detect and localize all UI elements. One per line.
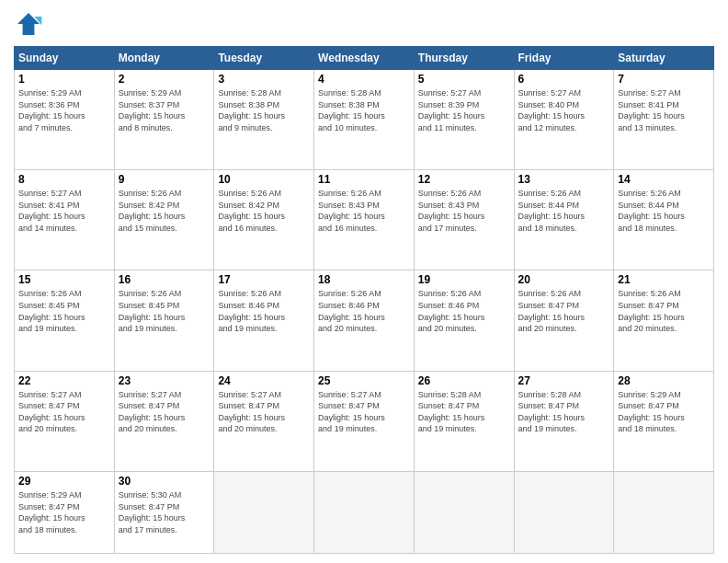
table-row — [414, 471, 514, 553]
table-row — [314, 471, 415, 553]
weekday-header-wednesday: Wednesday — [314, 47, 415, 70]
day-info: Sunrise: 5:30 AMSunset: 8:47 PMDaylight:… — [119, 489, 210, 535]
day-info: Sunrise: 5:26 AMSunset: 8:47 PMDaylight:… — [618, 288, 710, 334]
logo — [14, 9, 47, 39]
table-row: 22Sunrise: 5:27 AMSunset: 8:47 PMDayligh… — [15, 371, 115, 471]
calendar-week-row: 8Sunrise: 5:27 AMSunset: 8:41 PMDaylight… — [15, 170, 714, 270]
table-row: 4Sunrise: 5:28 AMSunset: 8:38 PMDaylight… — [314, 70, 415, 170]
day-info: Sunrise: 5:29 AMSunset: 8:36 PMDaylight:… — [18, 87, 110, 133]
calendar-header: SundayMondayTuesdayWednesdayThursdayFrid… — [15, 47, 714, 70]
day-number: 6 — [518, 73, 610, 86]
day-info: Sunrise: 5:27 AMSunset: 8:47 PMDaylight:… — [318, 389, 410, 435]
table-row: 12Sunrise: 5:26 AMSunset: 8:43 PMDayligh… — [414, 170, 514, 270]
day-number: 5 — [418, 73, 510, 86]
calendar-week-row: 29Sunrise: 5:29 AMSunset: 8:47 PMDayligh… — [15, 471, 714, 553]
table-row: 25Sunrise: 5:27 AMSunset: 8:47 PMDayligh… — [314, 371, 415, 471]
day-number: 15 — [18, 273, 110, 286]
day-number: 28 — [618, 374, 710, 387]
day-number: 9 — [119, 173, 210, 186]
day-info: Sunrise: 5:26 AMSunset: 8:43 PMDaylight:… — [318, 188, 410, 234]
weekday-header-thursday: Thursday — [414, 47, 514, 70]
table-row: 16Sunrise: 5:26 AMSunset: 8:45 PMDayligh… — [114, 270, 214, 371]
table-row: 17Sunrise: 5:26 AMSunset: 8:46 PMDayligh… — [214, 270, 314, 371]
day-number: 30 — [119, 475, 210, 488]
day-info: Sunrise: 5:26 AMSunset: 8:44 PMDaylight:… — [618, 188, 710, 234]
day-info: Sunrise: 5:29 AMSunset: 8:47 PMDaylight:… — [18, 489, 110, 535]
day-info: Sunrise: 5:28 AMSunset: 8:47 PMDaylight:… — [418, 389, 510, 435]
calendar-week-row: 22Sunrise: 5:27 AMSunset: 8:47 PMDayligh… — [15, 371, 714, 471]
table-row: 20Sunrise: 5:26 AMSunset: 8:47 PMDayligh… — [514, 270, 614, 371]
logo-icon — [14, 9, 43, 39]
day-number: 13 — [518, 173, 610, 186]
day-info: Sunrise: 5:28 AMSunset: 8:38 PMDaylight:… — [318, 87, 410, 133]
table-row: 11Sunrise: 5:26 AMSunset: 8:43 PMDayligh… — [314, 170, 415, 270]
table-row: 28Sunrise: 5:29 AMSunset: 8:47 PMDayligh… — [614, 371, 714, 471]
table-row: 15Sunrise: 5:26 AMSunset: 8:45 PMDayligh… — [15, 270, 115, 371]
day-number: 12 — [418, 173, 510, 186]
calendar-body: 1Sunrise: 5:29 AMSunset: 8:36 PMDaylight… — [15, 70, 714, 554]
day-number: 3 — [218, 73, 310, 86]
day-number: 23 — [119, 374, 210, 387]
day-number: 18 — [318, 273, 410, 286]
day-info: Sunrise: 5:27 AMSunset: 8:47 PMDaylight:… — [218, 389, 310, 435]
day-info: Sunrise: 5:27 AMSunset: 8:47 PMDaylight:… — [119, 389, 210, 435]
table-row: 26Sunrise: 5:28 AMSunset: 8:47 PMDayligh… — [414, 371, 514, 471]
table-row: 27Sunrise: 5:28 AMSunset: 8:47 PMDayligh… — [514, 371, 614, 471]
day-info: Sunrise: 5:28 AMSunset: 8:47 PMDaylight:… — [518, 389, 610, 435]
weekday-header-friday: Friday — [514, 47, 614, 70]
table-row: 29Sunrise: 5:29 AMSunset: 8:47 PMDayligh… — [15, 471, 115, 553]
table-row: 30Sunrise: 5:30 AMSunset: 8:47 PMDayligh… — [114, 471, 214, 553]
day-info: Sunrise: 5:26 AMSunset: 8:42 PMDaylight:… — [119, 188, 210, 234]
weekday-header-tuesday: Tuesday — [214, 47, 314, 70]
day-number: 1 — [18, 73, 110, 86]
day-info: Sunrise: 5:26 AMSunset: 8:43 PMDaylight:… — [418, 188, 510, 234]
day-info: Sunrise: 5:26 AMSunset: 8:45 PMDaylight:… — [119, 288, 210, 334]
table-row: 13Sunrise: 5:26 AMSunset: 8:44 PMDayligh… — [514, 170, 614, 270]
table-row: 19Sunrise: 5:26 AMSunset: 8:46 PMDayligh… — [414, 270, 514, 371]
table-row: 2Sunrise: 5:29 AMSunset: 8:37 PMDaylight… — [114, 70, 214, 170]
table-row: 3Sunrise: 5:28 AMSunset: 8:38 PMDaylight… — [214, 70, 314, 170]
day-number: 21 — [618, 273, 710, 286]
day-info: Sunrise: 5:27 AMSunset: 8:41 PMDaylight:… — [618, 87, 710, 133]
page: SundayMondayTuesdayWednesdayThursdayFrid… — [0, 0, 728, 563]
day-info: Sunrise: 5:26 AMSunset: 8:46 PMDaylight:… — [418, 288, 510, 334]
day-number: 7 — [618, 73, 710, 86]
day-info: Sunrise: 5:26 AMSunset: 8:47 PMDaylight:… — [518, 288, 610, 334]
table-row: 6Sunrise: 5:27 AMSunset: 8:40 PMDaylight… — [514, 70, 614, 170]
day-number: 26 — [418, 374, 510, 387]
day-number: 8 — [18, 173, 110, 186]
svg-marker-0 — [17, 13, 40, 35]
weekday-header-row: SundayMondayTuesdayWednesdayThursdayFrid… — [15, 47, 714, 70]
day-info: Sunrise: 5:29 AMSunset: 8:37 PMDaylight:… — [119, 87, 210, 133]
day-number: 10 — [218, 173, 310, 186]
table-row — [214, 471, 314, 553]
table-row — [514, 471, 614, 553]
day-info: Sunrise: 5:26 AMSunset: 8:44 PMDaylight:… — [518, 188, 610, 234]
table-row: 10Sunrise: 5:26 AMSunset: 8:42 PMDayligh… — [214, 170, 314, 270]
header — [14, 9, 714, 39]
day-info: Sunrise: 5:27 AMSunset: 8:39 PMDaylight:… — [418, 87, 510, 133]
calendar-week-row: 1Sunrise: 5:29 AMSunset: 8:36 PMDaylight… — [15, 70, 714, 170]
day-number: 16 — [119, 273, 210, 286]
weekday-header-sunday: Sunday — [15, 47, 115, 70]
table-row: 8Sunrise: 5:27 AMSunset: 8:41 PMDaylight… — [15, 170, 115, 270]
day-info: Sunrise: 5:26 AMSunset: 8:46 PMDaylight:… — [218, 288, 310, 334]
table-row: 14Sunrise: 5:26 AMSunset: 8:44 PMDayligh… — [614, 170, 714, 270]
weekday-header-saturday: Saturday — [614, 47, 714, 70]
table-row: 9Sunrise: 5:26 AMSunset: 8:42 PMDaylight… — [114, 170, 214, 270]
day-info: Sunrise: 5:26 AMSunset: 8:45 PMDaylight:… — [18, 288, 110, 334]
day-number: 14 — [618, 173, 710, 186]
day-info: Sunrise: 5:27 AMSunset: 8:47 PMDaylight:… — [18, 389, 110, 435]
table-row: 18Sunrise: 5:26 AMSunset: 8:46 PMDayligh… — [314, 270, 415, 371]
day-number: 25 — [318, 374, 410, 387]
table-row: 1Sunrise: 5:29 AMSunset: 8:36 PMDaylight… — [15, 70, 115, 170]
day-number: 17 — [218, 273, 310, 286]
day-info: Sunrise: 5:27 AMSunset: 8:41 PMDaylight:… — [18, 188, 110, 234]
weekday-header-monday: Monday — [114, 47, 214, 70]
day-number: 29 — [18, 475, 110, 488]
day-info: Sunrise: 5:26 AMSunset: 8:46 PMDaylight:… — [318, 288, 410, 334]
day-info: Sunrise: 5:27 AMSunset: 8:40 PMDaylight:… — [518, 87, 610, 133]
calendar-week-row: 15Sunrise: 5:26 AMSunset: 8:45 PMDayligh… — [15, 270, 714, 371]
day-info: Sunrise: 5:26 AMSunset: 8:42 PMDaylight:… — [218, 188, 310, 234]
day-number: 24 — [218, 374, 310, 387]
